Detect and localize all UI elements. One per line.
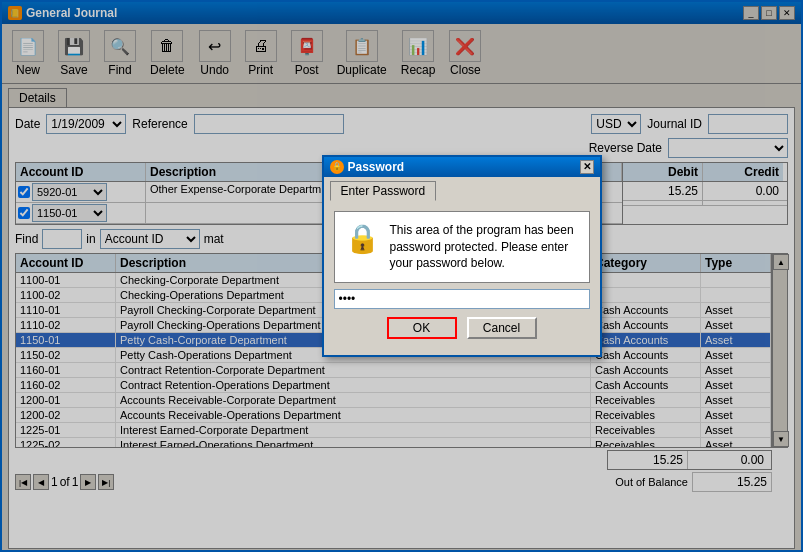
modal-icon: 🔒 [330, 160, 344, 174]
modal-overlay: 🔒 Password ✕ Enter Password 🔒 This area … [2, 2, 801, 550]
modal-message: This area of the program has been passwo… [390, 222, 579, 272]
modal-body: 🔒 This area of the program has been pass… [324, 201, 600, 355]
lock-icon: 🔒 [345, 222, 380, 255]
ok-button[interactable]: OK [387, 317, 457, 339]
modal-buttons: OK Cancel [334, 317, 590, 345]
modal-title-text: Password [348, 160, 405, 174]
password-modal: 🔒 Password ✕ Enter Password 🔒 This area … [322, 155, 602, 357]
modal-title-bar: 🔒 Password ✕ [324, 157, 600, 177]
password-input[interactable] [334, 289, 590, 309]
cancel-button[interactable]: Cancel [467, 317, 537, 339]
main-window: 📒 General Journal _ □ ✕ 📄 New 💾 Save 🔍 F… [0, 0, 803, 552]
modal-close-btn[interactable]: ✕ [580, 160, 594, 174]
modal-password-row [334, 283, 590, 317]
modal-tab[interactable]: Enter Password [330, 181, 437, 201]
modal-title-left: 🔒 Password [330, 160, 405, 174]
modal-content-box: 🔒 This area of the program has been pass… [334, 211, 590, 283]
modal-tab-bar: Enter Password [324, 177, 600, 201]
